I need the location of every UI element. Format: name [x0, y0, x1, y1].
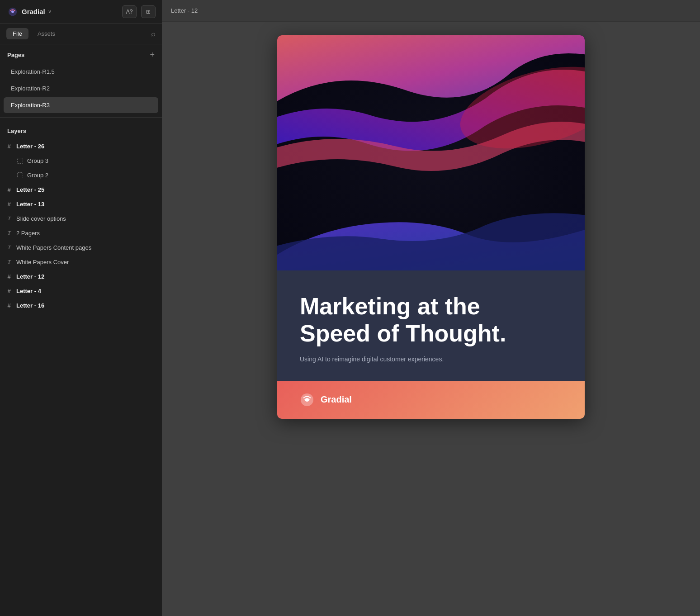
doc-hero-image	[277, 35, 585, 270]
canvas-area[interactable]: Marketing at theSpeed of Thought. Using …	[162, 22, 700, 616]
frame-icon: #	[5, 302, 13, 309]
main-area: Letter - 12	[162, 0, 700, 616]
sidebar: Gradial ∨ A? ⊞ File Assets ⌕ Pages + Exp…	[0, 0, 162, 616]
layer-letter-26[interactable]: # Letter - 26	[0, 139, 162, 153]
layers-section-title: Layers	[7, 128, 26, 134]
doc-headline: Marketing at theSpeed of Thought.	[300, 293, 562, 347]
doc-subtext: Using AI to reimagine digital customer e…	[300, 355, 562, 363]
layer-label: Letter - 25	[16, 186, 156, 193]
page-item-r3[interactable]: Exploration-R3	[4, 97, 158, 113]
layer-slide-cover[interactable]: T Slide cover options	[0, 211, 162, 226]
page-item-r2[interactable]: Exploration-R2	[4, 81, 158, 96]
footer-brand-name: Gradial	[321, 394, 352, 405]
text-icon: T	[5, 244, 13, 251]
layer-white-papers-cover[interactable]: T White Papers Cover	[0, 255, 162, 269]
frame-icon: #	[5, 200, 13, 208]
divider	[0, 117, 162, 118]
layer-label: Letter - 16	[16, 302, 156, 309]
app-chevron-icon: ∨	[48, 9, 52, 14]
frame-icon: #	[5, 186, 13, 193]
add-page-button[interactable]: +	[150, 51, 155, 59]
pages-header: Pages +	[0, 44, 162, 63]
doc-content: Marketing at theSpeed of Thought. Using …	[277, 270, 585, 363]
tab-assets[interactable]: Assets	[31, 28, 61, 39]
file-assets-tabs: File Assets ⌕	[0, 24, 162, 44]
page-item-r1[interactable]: Exploration-R1.5	[4, 64, 158, 80]
layer-label: Slide cover options	[16, 215, 156, 222]
canvas-title: Letter - 12	[171, 7, 198, 14]
frame-icon: #	[5, 287, 13, 294]
layer-group-3[interactable]: Group 3	[0, 153, 162, 168]
layer-group-2[interactable]: Group 2	[0, 168, 162, 182]
tab-file[interactable]: File	[6, 28, 28, 39]
layers-list: # Letter - 26 Group 3 Group 2 # Letter -…	[0, 139, 162, 616]
text-icon: T	[5, 229, 13, 237]
layer-label: Group 2	[27, 172, 156, 179]
app-name: Gradial	[22, 8, 45, 15]
group-icon	[16, 157, 24, 164]
footer-logo-icon	[300, 393, 314, 407]
layer-label: Letter - 12	[16, 273, 156, 280]
doc-footer: Gradial	[277, 381, 585, 419]
toolbar: Gradial ∨ A? ⊞	[0, 0, 162, 24]
layer-letter-16[interactable]: # Letter - 16	[0, 298, 162, 313]
frame-icon: #	[5, 142, 13, 150]
app-logo-icon	[6, 5, 19, 18]
layer-label: 2 Pagers	[16, 230, 156, 237]
ai-button[interactable]: A?	[122, 5, 137, 18]
layer-letter-12[interactable]: # Letter - 12	[0, 269, 162, 284]
layer-label: Letter - 26	[16, 143, 156, 150]
layer-white-papers-content[interactable]: T White Papers Content pages	[0, 240, 162, 255]
layer-label: White Papers Cover	[16, 259, 156, 265]
group-icon	[16, 171, 24, 179]
layer-2-pagers[interactable]: T 2 Pagers	[0, 226, 162, 240]
text-icon: T	[5, 215, 13, 222]
page-list: Exploration-R1.5 Exploration-R2 Explorat…	[0, 63, 162, 114]
logo-area: Gradial ∨	[6, 5, 118, 18]
document-preview: Marketing at theSpeed of Thought. Using …	[277, 35, 585, 419]
layout-button[interactable]: ⊞	[141, 5, 156, 18]
layers-header: Layers	[0, 121, 162, 139]
canvas-topbar: Letter - 12	[162, 0, 700, 22]
search-button[interactable]: ⌕	[151, 30, 156, 38]
layer-letter-13[interactable]: # Letter - 13	[0, 197, 162, 211]
layer-letter-25[interactable]: # Letter - 25	[0, 182, 162, 197]
layer-label: Group 3	[27, 157, 156, 164]
text-icon: T	[5, 258, 13, 265]
layer-label: White Papers Content pages	[16, 244, 156, 251]
layer-label: Letter - 13	[16, 201, 156, 208]
layer-letter-4[interactable]: # Letter - 4	[0, 284, 162, 298]
layer-label: Letter - 4	[16, 288, 156, 294]
pages-section-title: Pages	[7, 52, 24, 58]
frame-icon: #	[5, 273, 13, 280]
